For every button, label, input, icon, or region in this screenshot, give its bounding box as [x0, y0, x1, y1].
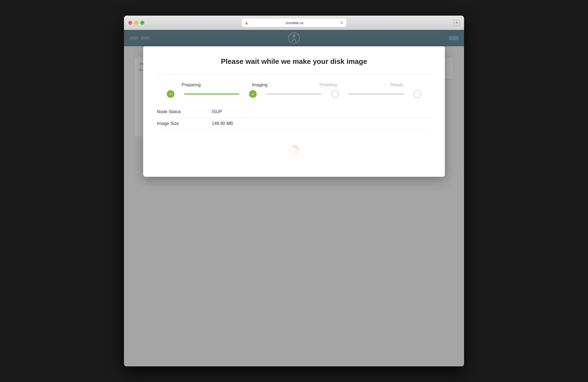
svg-line-5	[297, 152, 298, 153]
step-label-ready: Ready	[391, 82, 403, 87]
steps-track: ✓ ✓	[157, 90, 431, 98]
svg-line-11	[290, 148, 291, 149]
step-label-finishing: Finishing	[320, 82, 337, 87]
image-size-value: 148.90 MB	[212, 121, 233, 126]
svg-line-8	[292, 153, 292, 155]
connector-1	[184, 93, 239, 95]
node-status-label: Node Status	[157, 109, 212, 114]
svg-line-2	[296, 146, 296, 147]
modal-overlay: Please wait while we make your disk imag…	[124, 30, 464, 366]
steps-container: Preparing Imaging Finishing Ready	[157, 82, 431, 98]
new-tab-button[interactable]: +	[454, 20, 460, 26]
loading-spinner	[287, 143, 301, 158]
info-row-node-status: Node Status ISUP	[157, 106, 431, 118]
connector-3	[349, 93, 404, 95]
step-col-finishing: Finishing	[294, 82, 363, 90]
step-col-preparing: Preparing	[157, 82, 225, 90]
mac-window: 🔒 cloudlab.us ↻ +	[124, 16, 464, 366]
maximize-button[interactable]	[140, 21, 144, 25]
steps-labels: Preparing Imaging Finishing Ready	[157, 82, 431, 90]
step-col-ready: Ready	[363, 82, 431, 90]
minimize-button[interactable]	[134, 21, 138, 25]
address-bar[interactable]: 🔒 cloudlab.us ↻	[242, 19, 346, 27]
modal-divider	[157, 74, 431, 74]
svg-line-9	[290, 152, 291, 153]
lock-icon: 🔒	[245, 21, 248, 25]
info-table: Node Status ISUP Image Size 148.90 MB	[157, 106, 431, 130]
svg-line-3	[297, 148, 298, 149]
node-status-value: ISUP	[212, 109, 222, 114]
step-label-preparing: Preparing	[182, 82, 200, 87]
step-col-imaging: Imaging	[225, 82, 294, 90]
info-row-image-size: Image Size 148.90 MB	[157, 118, 431, 130]
svg-line-12	[292, 146, 292, 147]
url-text: cloudlab.us	[250, 21, 339, 25]
connector-2	[267, 93, 321, 95]
spinner-container	[157, 138, 431, 163]
browser-content: Version URL: https://www.cloud Profile U…	[124, 30, 464, 366]
traffic-lights	[128, 21, 144, 25]
close-button[interactable]	[128, 21, 132, 25]
step-node-preparing: ✓	[167, 90, 174, 98]
step-node-ready	[414, 90, 421, 98]
modal-title: Please wait while we make your disk imag…	[157, 57, 431, 66]
image-size-label: Image Size	[157, 121, 212, 126]
modal-dialog: Please wait while we make your disk imag…	[143, 46, 445, 177]
reload-button[interactable]: ↻	[340, 21, 343, 25]
step-node-finishing	[331, 90, 339, 98]
step-label-imaging: Imaging	[252, 82, 268, 87]
step-node-imaging: ✓	[249, 90, 257, 98]
title-bar: 🔒 cloudlab.us ↻ +	[124, 16, 464, 30]
svg-line-6	[296, 153, 296, 155]
